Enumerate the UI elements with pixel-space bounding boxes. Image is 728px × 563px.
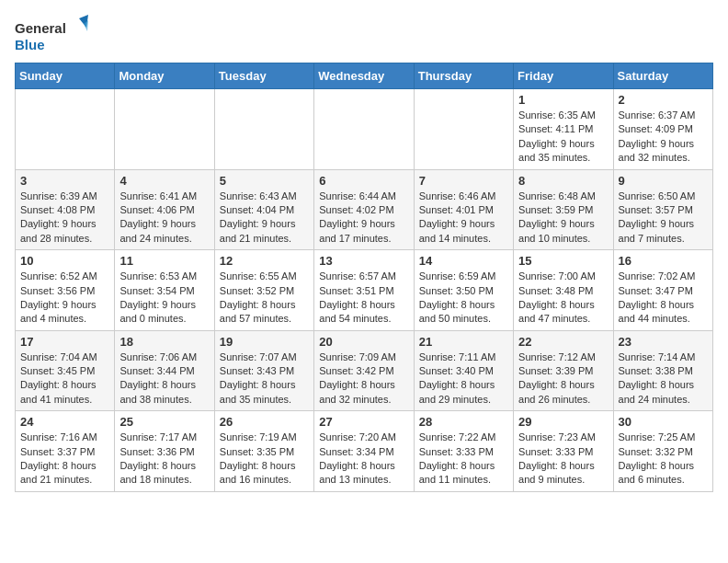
calendar-cell-w5-d2: 25Sunrise: 7:17 AM Sunset: 3:36 PM Dayli…: [115, 411, 214, 492]
calendar-cell-w1-d4: [314, 89, 414, 170]
day-number: 12: [220, 254, 309, 268]
svg-text:Blue: Blue: [15, 37, 45, 52]
day-info: Sunrise: 7:12 AM Sunset: 3:39 PM Dayligh…: [518, 350, 608, 408]
calendar-cell-w4-d3: 19Sunrise: 7:07 AM Sunset: 3:43 PM Dayli…: [214, 330, 313, 411]
day-info: Sunrise: 7:04 AM Sunset: 3:45 PM Dayligh…: [20, 350, 109, 408]
calendar-cell-w3-d4: 13Sunrise: 6:57 AM Sunset: 3:51 PM Dayli…: [314, 250, 414, 331]
day-number: 2: [619, 93, 708, 107]
day-number: 17: [20, 335, 109, 349]
calendar-cell-w2-d4: 6Sunrise: 6:44 AM Sunset: 4:02 PM Daylig…: [314, 169, 414, 250]
day-info: Sunrise: 6:53 AM Sunset: 3:54 PM Dayligh…: [119, 270, 209, 327]
calendar-cell-w3-d1: 10Sunrise: 6:52 AM Sunset: 3:56 PM Dayli…: [16, 250, 115, 331]
weekday-header-monday: Monday: [115, 63, 214, 89]
day-info: Sunrise: 7:25 AM Sunset: 3:32 PM Dayligh…: [619, 431, 708, 488]
day-info: Sunrise: 7:23 AM Sunset: 3:33 PM Dayligh…: [518, 431, 608, 488]
day-info: Sunrise: 6:48 AM Sunset: 3:59 PM Dayligh…: [518, 190, 608, 247]
calendar-cell-w4-d1: 17Sunrise: 7:04 AM Sunset: 3:45 PM Dayli…: [16, 330, 115, 411]
calendar-cell-w4-d4: 20Sunrise: 7:09 AM Sunset: 3:42 PM Dayli…: [314, 330, 414, 411]
svg-text:General: General: [15, 20, 66, 36]
day-info: Sunrise: 6:41 AM Sunset: 4:06 PM Dayligh…: [119, 190, 209, 247]
calendar-cell-w2-d6: 8Sunrise: 6:48 AM Sunset: 3:59 PM Daylig…: [514, 169, 613, 250]
page-header: General Blue: [15, 15, 713, 55]
day-info: Sunrise: 6:44 AM Sunset: 4:02 PM Dayligh…: [319, 190, 408, 247]
day-info: Sunrise: 7:20 AM Sunset: 3:34 PM Dayligh…: [319, 431, 408, 488]
weekday-header-saturday: Saturday: [613, 63, 712, 89]
calendar-cell-w1-d3: [214, 89, 313, 170]
calendar-cell-w5-d5: 28Sunrise: 7:22 AM Sunset: 3:33 PM Dayli…: [414, 411, 513, 492]
calendar-table: SundayMondayTuesdayWednesdayThursdayFrid…: [15, 63, 713, 492]
day-number: 1: [518, 93, 608, 107]
day-number: 25: [119, 415, 209, 429]
day-number: 15: [518, 254, 608, 268]
day-number: 22: [518, 335, 608, 349]
day-number: 28: [419, 415, 508, 429]
calendar-cell-w4-d7: 23Sunrise: 7:14 AM Sunset: 3:38 PM Dayli…: [613, 330, 712, 411]
weekday-header-tuesday: Tuesday: [214, 63, 313, 89]
calendar-cell-w2-d1: 3Sunrise: 6:39 AM Sunset: 4:08 PM Daylig…: [16, 169, 115, 250]
day-info: Sunrise: 6:46 AM Sunset: 4:01 PM Dayligh…: [419, 190, 508, 247]
calendar-cell-w3-d5: 14Sunrise: 6:59 AM Sunset: 3:50 PM Dayli…: [414, 250, 513, 331]
calendar-cell-w5-d3: 26Sunrise: 7:19 AM Sunset: 3:35 PM Dayli…: [214, 411, 313, 492]
calendar-week-4: 17Sunrise: 7:04 AM Sunset: 3:45 PM Dayli…: [16, 330, 713, 411]
day-info: Sunrise: 7:00 AM Sunset: 3:48 PM Dayligh…: [518, 270, 608, 327]
day-number: 3: [20, 174, 109, 188]
day-number: 10: [20, 254, 109, 268]
day-number: 24: [20, 415, 109, 429]
day-info: Sunrise: 7:06 AM Sunset: 3:44 PM Dayligh…: [119, 350, 209, 408]
day-info: Sunrise: 6:35 AM Sunset: 4:11 PM Dayligh…: [518, 109, 608, 166]
day-number: 26: [220, 415, 309, 429]
calendar-cell-w2-d2: 4Sunrise: 6:41 AM Sunset: 4:06 PM Daylig…: [115, 169, 214, 250]
calendar-cell-w4-d5: 21Sunrise: 7:11 AM Sunset: 3:40 PM Dayli…: [414, 330, 513, 411]
day-info: Sunrise: 7:11 AM Sunset: 3:40 PM Dayligh…: [419, 350, 508, 408]
day-info: Sunrise: 6:50 AM Sunset: 3:57 PM Dayligh…: [619, 190, 708, 247]
day-number: 8: [518, 174, 608, 188]
day-number: 9: [619, 174, 708, 188]
calendar-cell-w3-d7: 16Sunrise: 7:02 AM Sunset: 3:47 PM Dayli…: [613, 250, 712, 331]
calendar-header: SundayMondayTuesdayWednesdayThursdayFrid…: [16, 63, 713, 89]
day-info: Sunrise: 6:55 AM Sunset: 3:52 PM Dayligh…: [220, 270, 309, 327]
weekday-header-wednesday: Wednesday: [314, 63, 414, 89]
day-info: Sunrise: 7:22 AM Sunset: 3:33 PM Dayligh…: [419, 431, 508, 488]
day-number: 16: [619, 254, 708, 268]
day-number: 11: [119, 254, 209, 268]
calendar-cell-w1-d6: 1Sunrise: 6:35 AM Sunset: 4:11 PM Daylig…: [514, 89, 613, 170]
day-info: Sunrise: 6:52 AM Sunset: 3:56 PM Dayligh…: [20, 270, 109, 327]
day-number: 7: [419, 174, 508, 188]
calendar-cell-w5-d6: 29Sunrise: 7:23 AM Sunset: 3:33 PM Dayli…: [514, 411, 613, 492]
calendar-week-5: 24Sunrise: 7:16 AM Sunset: 3:37 PM Dayli…: [16, 411, 713, 492]
calendar-week-2: 3Sunrise: 6:39 AM Sunset: 4:08 PM Daylig…: [16, 169, 713, 250]
day-info: Sunrise: 6:59 AM Sunset: 3:50 PM Dayligh…: [419, 270, 508, 327]
logo: General Blue: [15, 15, 88, 55]
day-number: 5: [220, 174, 309, 188]
logo-svg: General Blue: [15, 15, 88, 55]
day-info: Sunrise: 7:19 AM Sunset: 3:35 PM Dayligh…: [220, 431, 309, 488]
day-info: Sunrise: 6:43 AM Sunset: 4:04 PM Dayligh…: [220, 190, 309, 247]
day-number: 27: [319, 415, 408, 429]
calendar-cell-w2-d7: 9Sunrise: 6:50 AM Sunset: 3:57 PM Daylig…: [613, 169, 712, 250]
day-info: Sunrise: 6:39 AM Sunset: 4:08 PM Dayligh…: [20, 190, 109, 247]
day-number: 29: [518, 415, 608, 429]
calendar-cell-w1-d1: [16, 89, 115, 170]
day-info: Sunrise: 7:09 AM Sunset: 3:42 PM Dayligh…: [319, 350, 408, 408]
day-number: 6: [319, 174, 408, 188]
calendar-week-3: 10Sunrise: 6:52 AM Sunset: 3:56 PM Dayli…: [16, 250, 713, 331]
day-number: 20: [319, 335, 408, 349]
day-number: 23: [619, 335, 708, 349]
day-number: 4: [119, 174, 209, 188]
calendar-cell-w2-d5: 7Sunrise: 6:46 AM Sunset: 4:01 PM Daylig…: [414, 169, 513, 250]
calendar-cell-w5-d4: 27Sunrise: 7:20 AM Sunset: 3:34 PM Dayli…: [314, 411, 414, 492]
day-info: Sunrise: 7:17 AM Sunset: 3:36 PM Dayligh…: [119, 431, 209, 488]
calendar-cell-w3-d6: 15Sunrise: 7:00 AM Sunset: 3:48 PM Dayli…: [514, 250, 613, 331]
calendar-cell-w3-d2: 11Sunrise: 6:53 AM Sunset: 3:54 PM Dayli…: [115, 250, 214, 331]
calendar-week-1: 1Sunrise: 6:35 AM Sunset: 4:11 PM Daylig…: [16, 89, 713, 170]
calendar-cell-w4-d6: 22Sunrise: 7:12 AM Sunset: 3:39 PM Dayli…: [514, 330, 613, 411]
day-number: 18: [119, 335, 209, 349]
calendar-cell-w4-d2: 18Sunrise: 7:06 AM Sunset: 3:44 PM Dayli…: [115, 330, 214, 411]
day-info: Sunrise: 7:14 AM Sunset: 3:38 PM Dayligh…: [619, 350, 708, 408]
calendar-cell-w2-d3: 5Sunrise: 6:43 AM Sunset: 4:04 PM Daylig…: [214, 169, 313, 250]
day-info: Sunrise: 7:07 AM Sunset: 3:43 PM Dayligh…: [220, 350, 309, 408]
weekday-header-friday: Friday: [514, 63, 613, 89]
day-number: 13: [319, 254, 408, 268]
calendar-body: 1Sunrise: 6:35 AM Sunset: 4:11 PM Daylig…: [16, 89, 713, 492]
calendar-cell-w1-d7: 2Sunrise: 6:37 AM Sunset: 4:09 PM Daylig…: [613, 89, 712, 170]
